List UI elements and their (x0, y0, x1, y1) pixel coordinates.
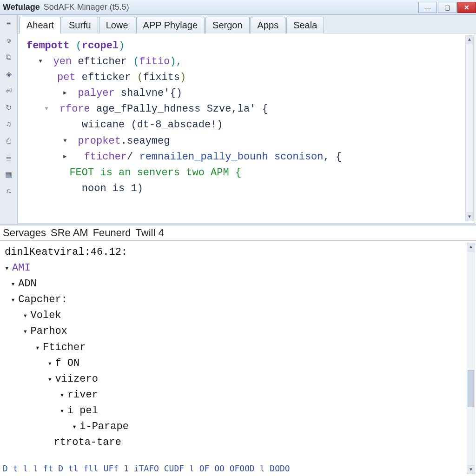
fold-toggle-icon[interactable] (45, 101, 53, 117)
midbar-word: SRe AM (51, 227, 88, 239)
middle-status-bar: Servages SRe AM Feunerd Twill 4 (0, 225, 476, 241)
tree-line[interactable]: Capcher: (5, 292, 472, 308)
tree-line: rtrota-tare (5, 435, 472, 450)
tree-toggle-icon[interactable] (23, 324, 31, 339)
tree-toggle-icon[interactable] (60, 403, 67, 419)
tab-sergon[interactable]: Sergon (205, 17, 250, 33)
maximize-button[interactable]: ▢ (438, 2, 456, 13)
minimize-button[interactable]: — (418, 2, 437, 13)
tree-toggle-icon[interactable] (11, 276, 18, 292)
tree-toggle-icon[interactable] (35, 340, 43, 356)
code-line: yen efticher (fitio), (26, 54, 471, 70)
fold-toggle-icon[interactable] (63, 149, 72, 165)
func: remnailen_pally_bounh sconison (133, 151, 323, 163)
sidebar-icon-11[interactable]: ⎌ (3, 185, 15, 197)
keyword: fticher (84, 151, 127, 163)
titlebar: Wefulage SodAFK Minager (t5.5) — ▢ ✕ (0, 0, 476, 15)
sidebar-icon-9[interactable]: ≣ (3, 152, 15, 164)
text: shalvne'{) (115, 87, 182, 99)
text: APM (211, 167, 229, 178)
text: { (229, 167, 241, 178)
tree-node: AMI (12, 262, 31, 274)
tab-apps[interactable]: Apps (251, 17, 286, 33)
tree-line[interactable]: river (5, 387, 472, 403)
tab-seala[interactable]: Seala (286, 17, 324, 33)
tree-toggle-icon[interactable] (23, 308, 31, 324)
tab-aheart[interactable]: Aheart (20, 17, 61, 33)
tab-surfu[interactable]: Surfu (62, 17, 98, 33)
tree-toggle-icon[interactable] (11, 292, 18, 308)
scroll-up-icon[interactable]: ▲ (467, 243, 475, 251)
editor-scrollbar[interactable]: ▲ ▼ (465, 35, 474, 221)
tree-line[interactable]: Volek (5, 308, 472, 324)
sidebar-icon-10[interactable]: ▦ (3, 168, 15, 180)
scroll-thumb[interactable] (468, 370, 474, 407)
keyword: fempott (26, 40, 69, 52)
tree-line[interactable]: i-Parape (5, 419, 472, 435)
midbar-word: Feunerd (93, 227, 131, 239)
tree-line[interactable]: viizero (5, 371, 472, 387)
close-button[interactable]: ✕ (457, 2, 476, 13)
tree-toggle-icon[interactable] (72, 419, 79, 435)
sidebar-icon-5[interactable]: ⏎ (3, 85, 15, 97)
scroll-down-icon[interactable]: ▼ (467, 465, 475, 474)
tree-line: dinlKeatviral:46.12: (5, 245, 472, 260)
scroll-down-icon[interactable]: ▼ (466, 212, 473, 221)
fold-toggle-icon[interactable] (63, 86, 72, 101)
ident: noon (82, 183, 106, 194)
sidebar-icon-1[interactable]: ≡ (3, 18, 15, 30)
tree-node: Parhox (31, 325, 67, 337)
text: is an senvers two (94, 167, 211, 178)
bottom-scrollbar[interactable]: ▲ ▼ (467, 243, 475, 474)
code-line: FEOT is an senvers two APM { (26, 165, 471, 181)
app-name: Wefulage (3, 2, 40, 12)
code-line: rfore age_fPally_hdness Szve,la' { (26, 101, 471, 117)
bottom-tree-pane[interactable]: dinlKeatviral:46.12: AMI ADN Capcher: Vo… (0, 241, 476, 476)
slash: / (127, 151, 133, 163)
tree-toggle-icon[interactable] (47, 356, 55, 371)
scroll-up-icon[interactable]: ▲ (466, 36, 473, 44)
tree-line[interactable]: f ON (5, 356, 472, 371)
tree-node: viizero (55, 373, 98, 385)
sidebar-icon-8[interactable]: ⎙ (3, 135, 15, 147)
keyword: yen (53, 56, 72, 67)
tree-line[interactable]: AMI (5, 260, 472, 276)
upper-workarea: ≡ ⌾ ⧉ ◈ ⏎ ↻ ♫ ⎙ ≣ ▦ ⎌ Aheart Surfu Lowe … (0, 15, 476, 225)
arg: fitio (139, 56, 170, 67)
tree-toggle-icon[interactable] (5, 260, 12, 276)
window-subtitle: SodAFK Minager (t5.5) (44, 2, 129, 12)
ident: efticher (78, 56, 127, 67)
tab-lowe[interactable]: Lowe (99, 17, 135, 33)
keyword: propket (78, 135, 120, 147)
fold-toggle-icon[interactable] (39, 54, 47, 70)
sidebar-icon-3[interactable]: ⧉ (3, 51, 15, 63)
sidebar-icon-6[interactable]: ↻ (3, 101, 15, 113)
tree-value: 46.12: (91, 246, 127, 258)
code-line: palyer shalvne'{) (26, 86, 471, 101)
text: age_fPally_hdness Szve,la' { (90, 103, 268, 115)
tree-toggle-icon[interactable] (47, 371, 55, 387)
tree-node: river (67, 389, 98, 401)
fold-toggle-icon[interactable] (63, 133, 72, 149)
tree-node: Capcher: (18, 294, 67, 305)
tab-appphylage[interactable]: APP Phylage (136, 17, 205, 33)
tree-node: i pel (67, 405, 98, 416)
sidebar-icon-2[interactable]: ⌾ (3, 34, 15, 46)
tree-node: f ON (55, 357, 79, 369)
tree-node: ADN (18, 278, 37, 290)
arg: rcopel (82, 40, 119, 52)
sidebar-icon-4[interactable]: ◈ (3, 68, 15, 80)
tree-line[interactable]: i pel (5, 403, 472, 419)
tree-line[interactable]: ADN (5, 276, 472, 292)
tree-toggle-icon[interactable] (60, 387, 67, 403)
tree-key: dinlKeatviral: (5, 246, 91, 258)
text: is (106, 183, 131, 194)
number: 1 (131, 183, 137, 194)
main-pane: Aheart Surfu Lowe APP Phylage Sergon App… (18, 15, 476, 225)
tree-line[interactable]: Parhox (5, 324, 472, 339)
code-editor[interactable]: fempott (rcopel) yen efticher (fitio), p… (18, 33, 475, 224)
code-line: propket.seaymeg (26, 133, 471, 149)
window-buttons: — ▢ ✕ (417, 2, 476, 13)
sidebar-icon-7[interactable]: ♫ (3, 118, 15, 130)
tree-line[interactable]: Fticher (5, 340, 472, 356)
